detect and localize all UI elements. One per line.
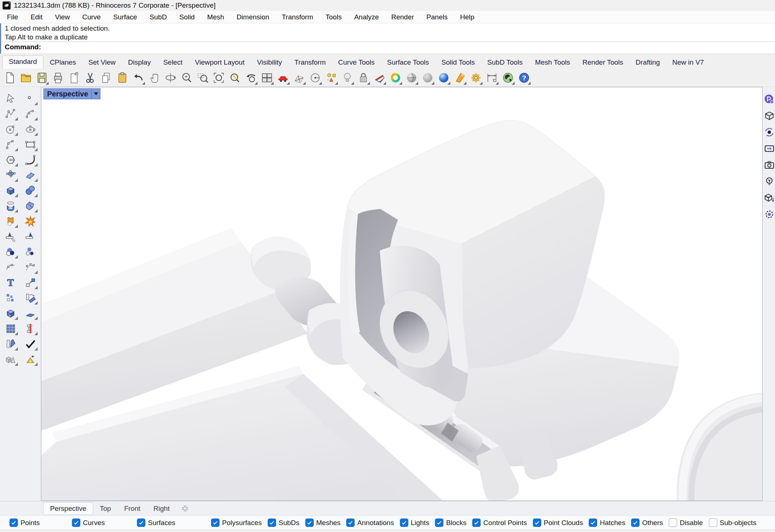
filter-annotations[interactable]: Annotations xyxy=(346,518,394,527)
toolbar-tab-standard[interactable]: Standard xyxy=(2,56,43,69)
fillet-curve-icon[interactable] xyxy=(22,153,39,167)
flow-objects-icon[interactable] xyxy=(2,337,19,351)
filter-points[interactable]: Points xyxy=(9,518,40,527)
orbit-view-icon[interactable] xyxy=(763,125,775,139)
print-icon[interactable] xyxy=(51,70,65,85)
export-model-icon[interactable] xyxy=(763,191,775,205)
curve-regions-icon[interactable] xyxy=(22,245,39,259)
spotlight-icon[interactable] xyxy=(453,70,467,85)
menu-file[interactable]: File xyxy=(1,11,24,23)
checkbox-unchecked-icon[interactable] xyxy=(669,518,677,527)
export-file-icon[interactable] xyxy=(67,70,81,85)
capture-camera-icon[interactable] xyxy=(763,158,775,172)
chevron-down-icon[interactable] xyxy=(91,89,100,99)
viewport-title-dropdown[interactable]: Perspective xyxy=(43,88,100,99)
zoom-extents-icon[interactable] xyxy=(212,70,226,85)
extrude-surface-icon[interactable] xyxy=(22,306,39,321)
spheres-icon[interactable] xyxy=(22,183,39,198)
named-view-icon[interactable] xyxy=(276,70,290,85)
toolbar-tab-viewport-layout[interactable]: Viewport Layout xyxy=(189,57,251,69)
viewport-tab-perspective[interactable]: Perspective xyxy=(43,502,93,515)
polygon-icon[interactable] xyxy=(2,153,19,167)
toolbar-tab-transform[interactable]: Transform xyxy=(288,57,332,69)
cplane-icon[interactable] xyxy=(292,70,306,85)
toolbar-tab-mesh-tools[interactable]: Mesh Tools xyxy=(529,57,576,69)
filter-meshes[interactable]: Meshes xyxy=(305,518,341,527)
toolbar-tab-subd-tools[interactable]: SubD Tools xyxy=(481,57,529,69)
visibility-icon[interactable] xyxy=(340,70,354,85)
idea-bulb-icon[interactable] xyxy=(763,174,775,189)
save-file-icon[interactable] xyxy=(35,70,49,85)
cut-icon[interactable] xyxy=(83,70,97,85)
boolean-union-icon[interactable] xyxy=(2,214,19,229)
checkbox-checked-icon[interactable] xyxy=(211,518,219,527)
menu-surface[interactable]: Surface xyxy=(107,11,143,23)
filter-others[interactable]: Others xyxy=(631,518,663,527)
toolbar-tab-visibility[interactable]: Visibility xyxy=(251,57,288,69)
patch-surface-icon[interactable] xyxy=(22,199,39,213)
solid-tools-icon[interactable] xyxy=(2,352,19,367)
options-icon[interactable] xyxy=(469,70,483,85)
rectangle-icon[interactable] xyxy=(22,137,39,152)
render-environment-icon[interactable] xyxy=(501,70,515,85)
viewport-tab-right[interactable]: Right xyxy=(147,503,176,514)
help-icon[interactable]: ? xyxy=(517,70,531,85)
checkbox-checked-icon[interactable] xyxy=(589,518,597,527)
filter-lights[interactable]: Lights xyxy=(400,518,430,527)
menu-curve[interactable]: Curve xyxy=(76,11,107,23)
menu-subd[interactable]: SubD xyxy=(143,11,173,23)
checkbox-checked-icon[interactable] xyxy=(137,518,145,527)
rotate-view-icon[interactable] xyxy=(164,70,177,85)
checkbox-checked-icon[interactable] xyxy=(72,518,80,527)
text-object-icon[interactable]: T xyxy=(2,275,19,290)
curve-boolean-icon[interactable] xyxy=(2,245,19,259)
menu-mesh[interactable]: Mesh xyxy=(201,11,230,23)
group-objects-icon[interactable] xyxy=(2,291,19,305)
new-file-icon[interactable] xyxy=(3,70,17,85)
single-point-icon[interactable] xyxy=(22,91,39,106)
filter-curves[interactable]: Curves xyxy=(72,518,105,527)
filter-blocks[interactable]: Blocks xyxy=(435,518,466,527)
display-mode-cube-icon[interactable] xyxy=(763,108,775,123)
ellipse-icon[interactable] xyxy=(22,122,39,137)
zoom-window-icon[interactable] xyxy=(196,70,210,85)
checkbox-checked-icon[interactable] xyxy=(268,518,276,527)
shaded-viewport-icon[interactable] xyxy=(405,70,419,85)
checkbox-checked-icon[interactable] xyxy=(472,518,481,527)
toolbar-tab-new-in-v7[interactable]: New in V7 xyxy=(666,57,710,69)
undo-view-change-icon[interactable] xyxy=(244,70,258,85)
viewport-tab-top[interactable]: Top xyxy=(93,503,118,514)
filter-subds[interactable]: SubDs xyxy=(268,518,299,527)
filter-polysurfaces[interactable]: Polysurfaces xyxy=(211,518,262,527)
viewport-tab-front[interactable]: Front xyxy=(118,503,147,514)
undo-icon[interactable] xyxy=(131,70,145,85)
pan-view-icon[interactable] xyxy=(148,70,161,85)
checkbox-checked-icon[interactable] xyxy=(435,518,443,527)
viewport-layout-icon[interactable] xyxy=(260,70,274,85)
toolbar-tab-solid-tools[interactable]: Solid Tools xyxy=(435,57,481,69)
set-view-icon[interactable] xyxy=(308,70,322,85)
toolbar-tab-display[interactable]: Display xyxy=(122,57,157,69)
menu-analyze[interactable]: Analyze xyxy=(348,11,385,23)
open-file-icon[interactable] xyxy=(19,70,33,85)
layer-tools-icon[interactable] xyxy=(373,70,386,85)
lock-objects-icon[interactable] xyxy=(356,70,370,85)
plugin-settings-icon[interactable] xyxy=(763,207,775,222)
menu-help[interactable]: Help xyxy=(454,11,481,23)
trim-icon[interactable] xyxy=(2,229,19,244)
ghosted-viewport-icon[interactable] xyxy=(421,70,435,85)
toolbar-tab-surface-tools[interactable]: Surface Tools xyxy=(381,57,435,69)
move-scale-icon[interactable] xyxy=(22,275,39,290)
toolbar-tab-render-tools[interactable]: Render Tools xyxy=(576,57,630,69)
zoom-dynamic-icon[interactable] xyxy=(180,70,194,85)
toolbar-tab-cplanes[interactable]: CPlanes xyxy=(43,57,82,69)
checkbox-checked-icon[interactable] xyxy=(305,518,314,527)
filter-control-points[interactable]: Control Points xyxy=(472,518,527,527)
box-icon[interactable] xyxy=(2,183,19,198)
filter-surfaces[interactable]: Surfaces xyxy=(137,518,175,527)
checkbox-checked-icon[interactable] xyxy=(631,518,640,527)
menu-transform[interactable]: Transform xyxy=(275,11,319,23)
object-snap-icon[interactable] xyxy=(324,70,338,85)
interpolate-curve-icon[interactable] xyxy=(22,107,39,121)
viewport-3d-scene[interactable] xyxy=(41,87,762,501)
